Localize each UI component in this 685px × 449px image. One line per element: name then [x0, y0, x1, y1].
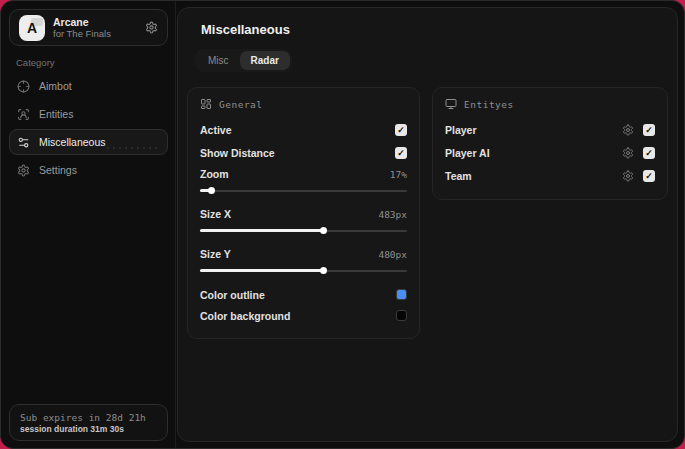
- show-distance-checkbox[interactable]: [395, 147, 407, 159]
- gear-icon: [17, 164, 30, 177]
- panels-row: General Active Show Distance Zoom 17%: [187, 87, 668, 339]
- app-window: A Arcane for The Finals Category Aimbot …: [0, 0, 685, 449]
- zoom-value: 17%: [390, 169, 407, 180]
- sidebar-item-label: Entities: [39, 108, 73, 120]
- team-checkbox[interactable]: [643, 170, 655, 182]
- color-outline-swatch[interactable]: [396, 289, 407, 300]
- setting-row-size-x: Size X 483px: [200, 204, 407, 224]
- sub-expiry: Sub expires in 28d 21h: [20, 412, 157, 423]
- app-name: Arcane: [53, 16, 137, 29]
- dots-decoration: [105, 145, 157, 151]
- entities-panel: Entityes Player Player AI: [432, 87, 668, 200]
- sidebar-item-label: Miscellaneous: [39, 136, 106, 148]
- tab-misc[interactable]: Misc: [197, 51, 240, 70]
- monitor-icon: [445, 98, 457, 110]
- gear-icon[interactable]: [145, 21, 158, 34]
- sidebar-item-label: Aimbot: [39, 80, 72, 92]
- sliders-icon: [17, 136, 30, 149]
- category-label: Category: [16, 57, 55, 68]
- sidebar-item-label: Settings: [39, 164, 77, 176]
- page-title: Miscellaneous: [201, 22, 668, 37]
- sidebar: A Arcane for The Finals Category Aimbot …: [1, 1, 176, 448]
- sidebar-item-miscellaneous[interactable]: Miscellaneous: [9, 129, 168, 155]
- setting-row-color-background: Color background: [200, 305, 407, 326]
- setting-row-show-distance: Show Distance: [200, 141, 407, 164]
- general-panel: General Active Show Distance Zoom 17%: [187, 87, 420, 339]
- setting-row-size-y: Size Y 480px: [200, 244, 407, 264]
- gear-icon[interactable]: [622, 147, 634, 159]
- player-checkbox[interactable]: [643, 124, 655, 136]
- size-x-slider[interactable]: [200, 226, 407, 236]
- entity-row-team: Team: [445, 164, 655, 187]
- color-background-swatch[interactable]: [396, 310, 407, 321]
- gear-icon[interactable]: [622, 124, 634, 136]
- crosshair-icon: [17, 80, 30, 93]
- slider-thumb[interactable]: [320, 227, 327, 234]
- subscription-card: Sub expires in 28d 21h session duration …: [9, 404, 168, 441]
- app-subtitle: for The Finals: [53, 28, 137, 39]
- size-y-slider[interactable]: [200, 266, 407, 276]
- panel-title: General: [219, 99, 263, 110]
- sidebar-item-aimbot[interactable]: Aimbot: [9, 73, 168, 99]
- panel-title: Entityes: [464, 99, 514, 110]
- setting-row-zoom: Zoom 17%: [200, 164, 407, 184]
- active-checkbox[interactable]: [395, 124, 407, 136]
- setting-row-active: Active: [200, 118, 407, 141]
- logo-letter: A: [27, 20, 37, 36]
- sidebar-item-settings[interactable]: Settings: [9, 157, 168, 183]
- entity-row-player: Player: [445, 118, 655, 141]
- layout-icon: [200, 98, 212, 110]
- app-logo: A: [19, 15, 45, 41]
- brand-card: A Arcane for The Finals: [9, 9, 168, 46]
- sidebar-item-entities[interactable]: Entities: [9, 101, 168, 127]
- entity-row-player-ai: Player AI: [445, 141, 655, 164]
- size-x-value: 483px: [378, 209, 407, 220]
- sidebar-nav: Aimbot Entities Miscellaneous Settings: [9, 73, 168, 185]
- user-icon: [17, 108, 30, 121]
- main-panel: Miscellaneous Misc Radar General Active …: [177, 7, 678, 442]
- slider-thumb[interactable]: [320, 267, 327, 274]
- player-ai-checkbox[interactable]: [643, 147, 655, 159]
- session-duration: session duration 31m 30s: [20, 424, 157, 434]
- zoom-slider[interactable]: [200, 186, 407, 196]
- tab-radar[interactable]: Radar: [240, 51, 290, 70]
- size-y-value: 480px: [378, 249, 407, 260]
- setting-row-color-outline: Color outline: [200, 284, 407, 305]
- tab-bar: Misc Radar: [195, 49, 292, 72]
- slider-thumb[interactable]: [208, 187, 215, 194]
- gear-icon[interactable]: [622, 170, 634, 182]
